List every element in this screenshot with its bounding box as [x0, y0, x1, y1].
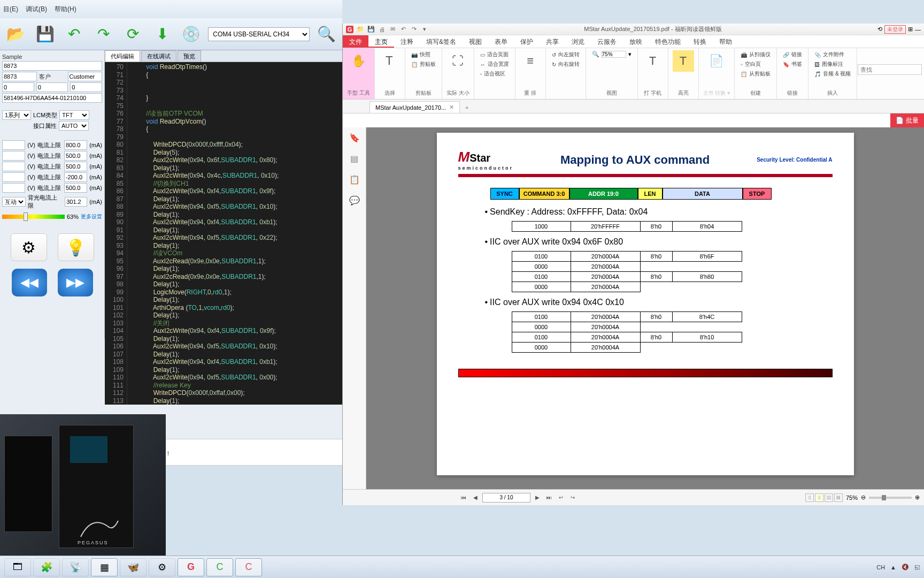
dropdown-icon[interactable]: ▾ — [421, 26, 428, 33]
tab-file[interactable]: 文件 — [343, 35, 368, 48]
prev-button[interactable]: ◀◀ — [12, 269, 47, 296]
tab-feature[interactable]: 特色功能 — [649, 35, 687, 48]
lcm-select[interactable]: TFT — [59, 110, 89, 120]
mail-icon[interactable]: ✉ — [389, 26, 396, 33]
clipboard-panel-icon[interactable]: 📋 — [349, 174, 360, 185]
task-app8[interactable]: C — [235, 558, 262, 576]
ime-indicator[interactable]: CH — [876, 564, 885, 571]
image-tag-btn[interactable]: 🖼 图像标注 — [813, 60, 852, 69]
undo-icon[interactable]: ↶ — [399, 26, 407, 33]
batch-button[interactable]: 📄 批量 — [890, 113, 924, 127]
serial-field[interactable] — [2, 93, 102, 103]
save-icon[interactable]: 💾 — [33, 21, 58, 48]
nav-back-icon[interactable]: ↩ — [556, 493, 566, 503]
last-page-icon[interactable]: ⏭ — [544, 493, 554, 503]
new-tab-icon[interactable]: + — [460, 102, 474, 113]
zoom-out-icon[interactable]: ⊖ — [861, 494, 866, 501]
bookmark-panel-icon[interactable]: 🔖 — [349, 133, 360, 143]
view-single-icon[interactable]: ▯ — [805, 493, 814, 502]
tab-cloud[interactable]: 云服务 — [591, 35, 623, 48]
task-app3[interactable]: 📡 — [62, 558, 89, 576]
tab-code-edit[interactable]: 代码编辑 — [105, 50, 140, 62]
min-icon[interactable]: — — [915, 26, 921, 33]
blank-page-btn[interactable]: ▫ 空白页 — [739, 60, 772, 69]
view-facing-icon[interactable]: ▯▯ — [825, 493, 833, 502]
next-button[interactable]: ▶▶ — [58, 269, 93, 296]
close-tab-icon[interactable]: ✕ — [449, 104, 454, 111]
tab-present[interactable]: 放映 — [623, 35, 649, 48]
highlight-icon[interactable]: T — [673, 50, 694, 72]
task-app1[interactable]: 🗔 — [4, 558, 31, 576]
refresh-icon[interactable]: ⟳ — [120, 21, 145, 48]
tray-icon[interactable]: ▲ — [890, 564, 896, 571]
redo-icon[interactable]: ↷ — [410, 26, 418, 33]
fit-visible-btn[interactable]: ▫ 适合视区 — [479, 70, 511, 78]
task-app4[interactable]: ▦ — [91, 558, 118, 576]
field-8873b[interactable] — [2, 72, 37, 81]
clipboard-btn[interactable]: 📋 剪贴板 — [410, 60, 437, 69]
snapshot-btn[interactable]: 📷 快照 — [410, 50, 437, 59]
zero3[interactable] — [70, 82, 102, 92]
field-8873a[interactable] — [2, 61, 102, 71]
more-settings-link[interactable]: 更多设置 — [81, 213, 102, 220]
fit-page-btn[interactable]: ▭ 适合页面 — [479, 50, 511, 59]
com-port-select[interactable]: COM4 USB-SERIAL CH34 — [208, 27, 310, 41]
rotate-left-btn[interactable]: ↺ 向左旋转 — [550, 50, 581, 59]
sync-icon[interactable]: ⟲ — [877, 26, 882, 33]
typewriter-icon[interactable]: T — [642, 50, 664, 72]
menu-edit[interactable]: 目(E) — [3, 5, 18, 14]
from-scanner-btn[interactable]: 📠 从扫描仪 — [739, 50, 772, 59]
page-scroll[interactable]: MStarsemiconductor Mapping to AUX comman… — [366, 127, 924, 489]
tab-share[interactable]: 共享 — [540, 35, 565, 48]
attach-btn[interactable]: 📎 文件附件 — [813, 50, 852, 59]
customer-field[interactable] — [68, 72, 103, 81]
undo-icon[interactable]: ↶ — [62, 21, 87, 48]
search-icon[interactable]: 🔍 — [314, 21, 339, 48]
zoom-in-icon[interactable]: ⊕ — [915, 494, 920, 501]
tray-btn[interactable]: ◱ — [914, 564, 920, 571]
tab-convert[interactable]: 转换 — [687, 35, 713, 48]
series-select[interactable]: 1系列 — [2, 110, 31, 120]
view-cont-icon[interactable]: ▯ — [815, 493, 823, 502]
tab-home[interactable]: 主页 — [368, 35, 394, 48]
tab-browse[interactable]: 浏览 — [565, 35, 591, 48]
menu-debug[interactable]: 调试(B) — [26, 5, 47, 14]
tab-protect[interactable]: 保护 — [514, 35, 540, 48]
task-app5[interactable]: 🦋 — [120, 558, 147, 576]
bookmark-btn[interactable]: 🔖 书签 — [781, 60, 804, 69]
open-icon[interactable]: 📁 — [357, 26, 364, 33]
task-app7[interactable]: C — [206, 558, 233, 576]
next-page-icon[interactable]: ▶ — [533, 493, 542, 503]
otp-button[interactable]: ⚙ — [11, 233, 47, 261]
menu-help[interactable]: 帮助(H) — [55, 5, 76, 14]
audio-video-btn[interactable]: 🎵 音频 & 视频 — [813, 70, 852, 78]
login-badge[interactable]: 未登录 — [884, 25, 906, 34]
reflow-icon[interactable]: ≡ — [520, 50, 541, 72]
convert-icon[interactable]: 📄 — [706, 50, 727, 72]
task-app6[interactable]: ⚙ — [149, 558, 175, 576]
disc-icon[interactable]: 💿 — [179, 21, 204, 48]
tab-fillsign[interactable]: 填写&签名 — [420, 35, 463, 48]
first-page-icon[interactable]: ⏮ — [459, 493, 468, 503]
comment-panel-icon[interactable]: 💬 — [349, 195, 360, 206]
port-select[interactable]: AUTO — [59, 121, 89, 131]
tab-comment[interactable]: 注释 — [394, 35, 420, 48]
tab-preview[interactable]: 预览 — [178, 50, 201, 62]
task-app2[interactable]: 🧩 — [33, 558, 60, 576]
zero1[interactable] — [2, 82, 34, 92]
print-icon[interactable]: 🖨 — [378, 26, 386, 33]
open-icon[interactable]: 📂 — [3, 21, 28, 48]
search-input[interactable] — [858, 64, 922, 75]
view-cont-facing-icon[interactable]: ▤ — [834, 493, 843, 502]
slider[interactable] — [2, 215, 65, 219]
prev-page-icon[interactable]: ◀ — [471, 493, 480, 503]
download-icon[interactable]: ⬇ — [150, 21, 175, 48]
links-btn[interactable]: 🔗 链接 — [781, 50, 804, 59]
nav-fwd-icon[interactable]: ↪ — [568, 493, 578, 503]
task-foxit[interactable]: G — [178, 558, 204, 576]
zoom-slider[interactable] — [869, 497, 912, 499]
zero2[interactable] — [36, 82, 68, 92]
redo-icon[interactable]: ↷ — [91, 21, 116, 48]
sound-icon[interactable]: 🔇 — [902, 564, 909, 571]
save-icon[interactable]: 💾 — [367, 26, 375, 33]
